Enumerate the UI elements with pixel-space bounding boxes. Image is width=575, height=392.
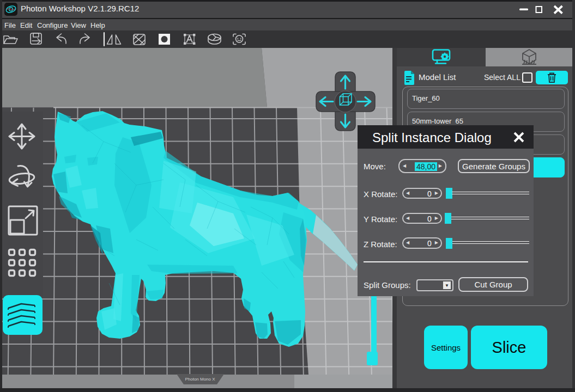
svg-text:Photon Mono X: Photon Mono X [185, 377, 215, 382]
